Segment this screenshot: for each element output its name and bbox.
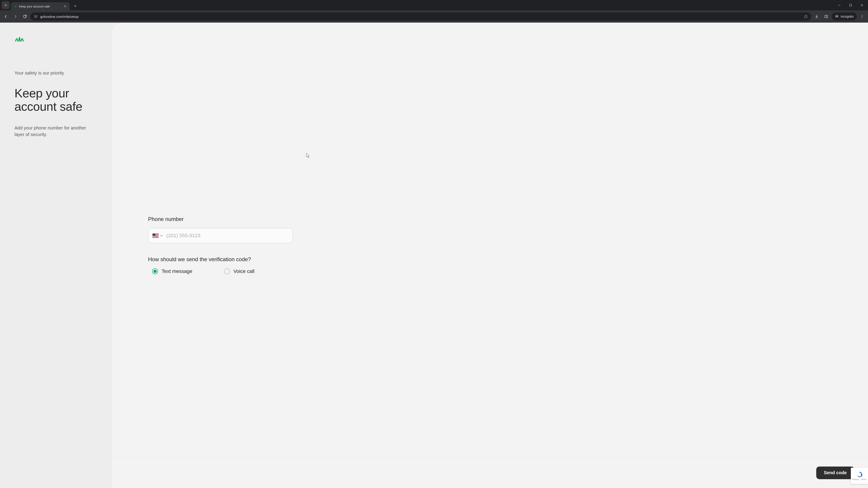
verification-method-group: Text message Voice call	[148, 268, 852, 274]
svg-rect-5	[36, 17, 37, 18]
svg-point-9	[862, 16, 863, 17]
recaptcha-icon	[856, 471, 863, 478]
country-code-select[interactable]	[152, 233, 164, 238]
verify-method-label: How should we send the verification code…	[148, 256, 852, 263]
svg-point-8	[862, 15, 863, 15]
browser-toolbar: gofundme.com/mfa/setup Incognito	[0, 10, 868, 23]
side-panel-button[interactable]	[822, 12, 830, 21]
page-subtext: Add your phone number for another layer …	[14, 125, 96, 138]
address-bar[interactable]: gofundme.com/mfa/setup	[30, 12, 811, 21]
radio-text-message[interactable]: Text message	[152, 268, 192, 274]
url-text: gofundme.com/mfa/setup	[40, 15, 801, 19]
phone-input-group	[148, 228, 293, 243]
radio-label: Voice call	[234, 268, 254, 274]
window-maximize-button[interactable]	[845, 1, 856, 9]
page-title: Keep your account safe	[14, 87, 98, 113]
left-pane: Your safety is our priority Keep your ac…	[0, 23, 112, 488]
bookmark-star-icon[interactable]	[804, 14, 808, 19]
send-code-button[interactable]: Send code	[816, 466, 855, 479]
svg-point-10	[862, 18, 863, 18]
flag-us-icon	[152, 233, 159, 238]
right-pane: Phone number How should we send the veri…	[112, 23, 868, 488]
incognito-icon	[835, 14, 839, 19]
tab-search-button[interactable]	[2, 1, 9, 9]
window-close-button[interactable]	[857, 1, 867, 9]
downloads-button[interactable]	[813, 12, 821, 21]
browser-menu-button[interactable]	[858, 12, 866, 21]
forward-button[interactable]	[11, 12, 20, 21]
incognito-indicator[interactable]: Incognito	[832, 12, 857, 21]
tab-strip: Keep your account safe ✕ +	[0, 0, 868, 10]
page-viewport: Your safety is our priority Keep your ac…	[0, 23, 868, 488]
brand-logo-icon	[14, 36, 98, 43]
chevron-down-icon	[160, 234, 163, 237]
tab-favicon-icon	[13, 4, 17, 8]
svg-rect-4	[34, 17, 35, 18]
window-minimize-button[interactable]	[834, 1, 844, 9]
tab-title: Keep your account safe	[19, 5, 61, 8]
kicker-text: Your safety is our priority	[14, 70, 98, 76]
phone-label: Phone number	[148, 216, 852, 222]
chevron-down-icon	[4, 4, 7, 6]
radio-label: Text message	[162, 268, 192, 274]
svg-rect-2	[34, 15, 35, 16]
svg-rect-1	[850, 4, 852, 6]
site-info-icon[interactable]	[33, 14, 38, 19]
radio-circle-icon	[224, 268, 230, 274]
incognito-label: Incognito	[841, 15, 854, 18]
tab-close-button[interactable]: ✕	[63, 4, 67, 8]
back-button[interactable]	[2, 12, 10, 21]
new-tab-button[interactable]: +	[72, 3, 79, 9]
recaptcha-links: Privacy - Terms	[852, 478, 866, 481]
recaptcha-badge[interactable]: Privacy - Terms	[851, 468, 868, 484]
footer-bar: Send code	[112, 457, 868, 488]
radio-circle-icon	[152, 268, 158, 274]
phone-number-input[interactable]	[166, 233, 288, 238]
browser-tab[interactable]: Keep your account safe ✕	[11, 2, 70, 10]
reload-button[interactable]	[21, 12, 29, 21]
svg-rect-3	[36, 15, 37, 16]
radio-voice-call[interactable]: Voice call	[224, 268, 254, 274]
svg-rect-6	[825, 15, 828, 18]
